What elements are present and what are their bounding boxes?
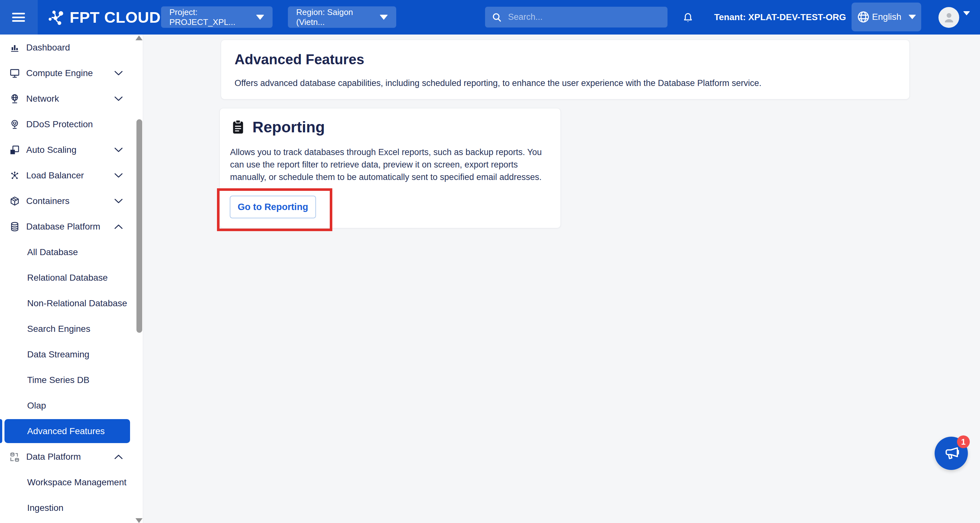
search-input[interactable] [508, 12, 661, 22]
chevron-down-icon [256, 15, 264, 20]
sidebar-item-label: Data Platform [26, 452, 81, 462]
tenant-selector[interactable]: Tenant: XPLAT-DEV-TEST-ORG [714, 0, 859, 35]
sidebar-item-label: Workspace Management [27, 477, 127, 488]
megaphone-icon [943, 445, 960, 462]
sidebar-scroll-down-arrow[interactable] [135, 518, 143, 523]
database-icon [9, 220, 21, 233]
reporting-card: Reporting Allows you to track databases … [220, 108, 561, 228]
sidebar-item-network[interactable]: Network [0, 86, 143, 112]
sidebar-item-relational-database[interactable]: Relational Database [0, 265, 143, 290]
sidebar-item-label: Database Platform [26, 222, 100, 232]
user-avatar[interactable] [939, 7, 959, 28]
user-menu-toggle[interactable] [963, 15, 970, 21]
data-platform-icon [9, 451, 21, 463]
sidebar-item-ingestion[interactable]: Ingestion [0, 495, 143, 521]
sidebar-item-search-engines[interactable]: Search Engines [0, 316, 143, 342]
sidebar-item-time-series-db[interactable]: Time Series DB [0, 367, 143, 393]
clipboard-icon [230, 118, 246, 136]
region-selector-label: Region: Saigon (Vietn... [296, 7, 371, 27]
chevron-down-icon [908, 15, 916, 19]
sidebar-item-label: Olap [27, 400, 46, 411]
brand-name: FPT CLOUD [70, 8, 161, 26]
sidebar-item-label: Non-Relational Database [27, 298, 127, 308]
sidebar-item-workspace-management[interactable]: Workspace Management [0, 470, 143, 495]
notification-count-badge: 1 [957, 435, 970, 448]
auto-scaling-icon [9, 144, 21, 156]
chevron-down-icon [114, 147, 123, 153]
sidebar-item-auto-scaling[interactable]: Auto Scaling [0, 137, 143, 163]
sidebar-item-label: Containers [26, 196, 69, 206]
sidebar-item-label: Search Engines [27, 324, 91, 334]
network-globe-icon [9, 93, 21, 105]
page-title: Advanced Features [234, 51, 896, 67]
region-selector[interactable]: Region: Saigon (Vietn... [288, 6, 396, 28]
project-selector-label: Project: PROJECT_XPL... [169, 7, 247, 27]
load-balancer-icon [9, 169, 21, 182]
sidebar-item-dashboard[interactable]: Dashboard [0, 35, 143, 61]
sidebar-item-label: Load Balancer [26, 171, 84, 181]
sidebar-navigation: Dashboard Compute Engine Network DDoS Pr… [0, 35, 143, 523]
sidebar-item-label: Dashboard [26, 43, 70, 53]
chevron-down-icon [380, 15, 388, 20]
notifications-bell-icon[interactable] [682, 11, 694, 25]
sidebar-item-label: Compute Engine [26, 68, 93, 78]
menu-toggle-button[interactable] [0, 0, 38, 35]
sidebar-item-label: Relational Database [27, 273, 108, 283]
sidebar-item-label: Time Series DB [27, 375, 89, 385]
global-search [485, 7, 668, 27]
sidebar-item-database-platform[interactable]: Database Platform [0, 214, 143, 239]
sidebar-item-label: Advanced Features [27, 426, 105, 436]
top-navigation-bar: FPT CLOUD Project: PROJECT_XPL... Region… [0, 0, 980, 35]
dashboard-icon [9, 41, 21, 54]
sidebar-item-non-relational-database[interactable]: Non-Relational Database [0, 290, 143, 316]
container-box-icon [9, 195, 21, 207]
language-selector[interactable]: English [851, 3, 921, 31]
globe-icon [857, 10, 870, 24]
sidebar-item-data-streaming[interactable]: Data Streaming [0, 342, 143, 367]
page-description: Offers advanced database capabilities, i… [234, 78, 896, 88]
chevron-down-icon [114, 96, 123, 102]
sidebar-item-label: Ingestion [27, 503, 64, 513]
fpt-cloud-console: FPT CLOUD Project: PROJECT_XPL... Region… [0, 0, 980, 523]
compute-engine-icon [9, 67, 21, 79]
chevron-down-icon [114, 198, 123, 204]
hamburger-icon [12, 13, 25, 22]
brand-logo: FPT CLOUD [45, 0, 161, 35]
person-icon [942, 11, 956, 24]
sidebar-item-ddos-protection[interactable]: DDoS Protection [0, 112, 143, 137]
fpt-molecule-icon [45, 8, 67, 27]
sidebar-item-all-database[interactable]: All Database [0, 239, 143, 265]
sidebar-item-label: All Database [27, 247, 78, 257]
chevron-up-icon [114, 224, 123, 230]
sidebar-item-label: Data Streaming [27, 349, 89, 360]
chevron-down-icon [963, 11, 970, 21]
chevron-down-icon [114, 70, 123, 76]
sidebar-scrollbar-thumb[interactable] [137, 119, 142, 333]
reporting-card-description: Allows you to track databases through Ex… [230, 146, 550, 183]
sidebar-item-compute-engine[interactable]: Compute Engine [0, 61, 143, 86]
ddos-shield-icon [9, 118, 21, 131]
chevron-up-icon [114, 454, 123, 460]
language-label: English [872, 12, 901, 22]
reporting-card-title: Reporting [253, 118, 325, 136]
sidebar-item-load-balancer[interactable]: Load Balancer [0, 163, 143, 188]
go-to-reporting-button[interactable]: Go to Reporting [230, 196, 316, 218]
sidebar-item-label: DDoS Protection [26, 119, 93, 129]
tenant-selector-label: Tenant: XPLAT-DEV-TEST-ORG [714, 12, 846, 22]
project-selector[interactable]: Project: PROJECT_XPL... [161, 6, 272, 28]
chevron-down-icon [114, 173, 123, 179]
sidebar-item-olap[interactable]: Olap [0, 393, 143, 418]
main-content: Advanced Features Offers advanced databa… [143, 35, 980, 523]
sidebar-item-data-platform[interactable]: Data Platform [0, 444, 143, 470]
search-icon [492, 12, 502, 23]
sidebar-item-advanced-features[interactable]: Advanced Features [0, 418, 143, 444]
sidebar-item-label: Network [26, 94, 59, 104]
sidebar-item-containers[interactable]: Containers [0, 188, 143, 214]
sidebar-item-label: Auto Scaling [26, 145, 76, 155]
sidebar-scroll-up-arrow[interactable] [135, 35, 143, 40]
advanced-features-header-card: Advanced Features Offers advanced databa… [221, 40, 910, 99]
